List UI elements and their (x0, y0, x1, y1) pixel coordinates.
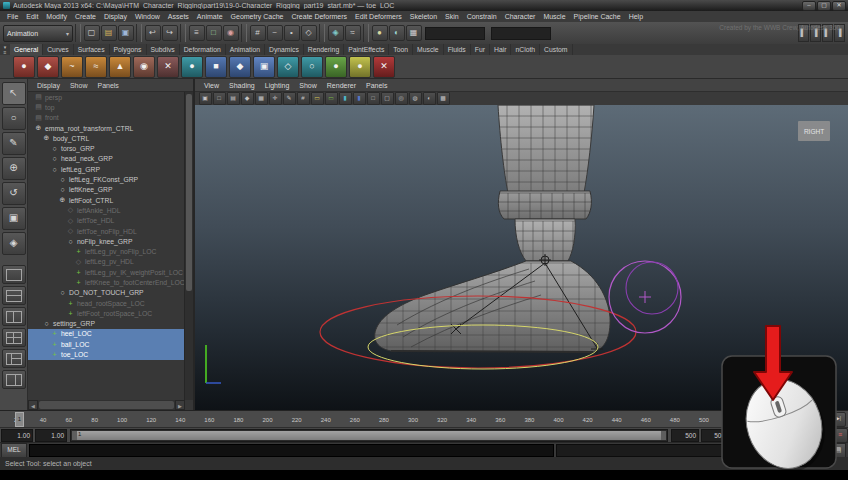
menu-constrain[interactable]: Constrain (463, 11, 501, 22)
scroll-right-icon[interactable]: ▶ (175, 400, 185, 410)
safe-action-icon[interactable]: □ (367, 92, 380, 105)
frame-all-icon[interactable]: ◎ (395, 92, 408, 105)
gate-mask-icon[interactable]: ▮ (339, 92, 352, 105)
render-icon[interactable]: ● (372, 25, 388, 41)
construction-history-icon[interactable]: ≈ (345, 25, 361, 41)
outliner-item[interactable]: ○torso_GRP (28, 143, 185, 153)
menu-help[interactable]: Help (625, 11, 647, 22)
menu-edit[interactable]: Edit (22, 11, 42, 22)
shelf-tab-animation[interactable]: Animation (226, 44, 265, 55)
scrollbar-thumb[interactable] (39, 401, 174, 409)
new-scene-icon[interactable]: ▢ (84, 25, 100, 41)
menu-character[interactable]: Character (501, 11, 540, 22)
shelf-tab-hair[interactable]: Hair (490, 44, 511, 55)
outliner-menu-panels[interactable]: Panels (92, 82, 123, 89)
select-component-icon[interactable]: ◉ (223, 25, 239, 41)
shelf-tab-fur[interactable]: Fur (471, 44, 490, 55)
outliner-vertical-scrollbar[interactable] (184, 92, 193, 400)
image-plane-icon[interactable]: ▦ (255, 92, 268, 105)
outliner-item[interactable]: ◇leftToe_HDL (28, 216, 185, 226)
shelf-button[interactable]: ● (325, 56, 347, 78)
select-hierarchy-icon[interactable]: ≡ (189, 25, 205, 41)
mel-command-input[interactable] (29, 444, 554, 457)
maximize-button[interactable]: ▢ (817, 1, 831, 11)
current-frame-marker[interactable]: 1 (15, 412, 24, 427)
select-object-icon[interactable]: □ (206, 25, 222, 41)
scale-tool[interactable]: ▣ (2, 207, 26, 230)
scrollbar-thumb[interactable] (186, 94, 192, 291)
leg-model[interactable] (371, 105, 611, 352)
menu-modify[interactable]: Modify (42, 11, 71, 22)
range-handle-left[interactable] (72, 431, 77, 440)
outliner-item[interactable]: +leftLeg_pv_IK_weightPosit_LOC (28, 267, 185, 277)
layout-outliner-persp[interactable] (2, 349, 26, 368)
shelf-button[interactable]: ✕ (157, 56, 179, 78)
outliner-item[interactable]: ○leftLeg_FKConst_GRP (28, 174, 185, 184)
outliner-menu-show[interactable]: Show (65, 82, 93, 89)
playback-start-field[interactable]: 1.00 (35, 429, 67, 442)
minimize-button[interactable]: – (802, 1, 816, 11)
outliner-item[interactable]: ▤top (28, 102, 185, 112)
outliner-item[interactable]: +leftFoot_rootSpace_LOC (28, 308, 185, 318)
menu-muscle[interactable]: Muscle (539, 11, 569, 22)
snap-point-icon[interactable]: • (284, 25, 300, 41)
layout-two-panes-side[interactable] (2, 307, 26, 326)
shelf-button[interactable]: ○ (301, 56, 323, 78)
outliner-item[interactable]: ○leftKnee_GRP (28, 185, 185, 195)
make-live-icon[interactable]: ◈ (328, 25, 344, 41)
menu-animate[interactable]: Animate (193, 11, 227, 22)
shelf-tab-surfaces[interactable]: Surfaces (74, 44, 110, 55)
shelf-tab-subdivs[interactable]: Subdivs (147, 44, 180, 55)
viewport-menu-panels[interactable]: Panels (361, 82, 392, 89)
camera-attributes-icon[interactable]: ▤ (227, 92, 240, 105)
outliner-item[interactable]: ▤front (28, 113, 185, 123)
shelf-tab-dynamics[interactable]: Dynamics (265, 44, 304, 55)
outliner-item[interactable]: ○settings_GRP (28, 319, 185, 329)
outliner-item[interactable]: +heel_LOC (28, 329, 185, 339)
shelf-tab-toon[interactable]: Toon (389, 44, 413, 55)
safe-title-icon[interactable]: ▢ (381, 92, 394, 105)
shelf-button[interactable]: ≈ (85, 56, 107, 78)
outliner-menu-display[interactable]: Display (32, 82, 65, 89)
ipr-render-icon[interactable]: ◐ (389, 25, 405, 41)
shelf-menu-icon[interactable]: ▾≡ (0, 45, 10, 55)
outliner-item[interactable]: ○DO_NOT_TOUCH_GRP (28, 288, 185, 298)
undo-icon[interactable]: ↩ (145, 25, 161, 41)
layout-single-pane[interactable] (2, 265, 26, 284)
viewport-menu-renderer[interactable]: Renderer (322, 82, 361, 89)
lasso-select-tool[interactable]: ○ (2, 107, 26, 130)
wireframe-on-shaded-icon[interactable]: ▩ (437, 92, 450, 105)
shelf-tab-rendering[interactable]: Rendering (304, 44, 344, 55)
xray-icon[interactable]: ◐ (423, 92, 436, 105)
shelf-tab-ncloth[interactable]: nCloth (511, 44, 540, 55)
shelf-button[interactable]: ~ (61, 56, 83, 78)
range-slider-fill[interactable] (72, 431, 666, 440)
grid-toggle-icon[interactable]: # (297, 92, 310, 105)
shelf-button[interactable]: ◉ (133, 56, 155, 78)
film-gate-icon[interactable]: ▭ (311, 92, 324, 105)
snap-curve-icon[interactable]: ~ (267, 25, 283, 41)
menu-assets[interactable]: Assets (164, 11, 193, 22)
menu-skeleton[interactable]: Skeleton (406, 11, 441, 22)
menu-create-deformers[interactable]: Create Deformers (287, 11, 351, 22)
select-tool[interactable]: ↖ (2, 82, 26, 105)
shelf-button[interactable]: ◆ (37, 56, 59, 78)
shelf-button[interactable]: ● (181, 56, 203, 78)
field-chart-icon[interactable]: ▮ (353, 92, 366, 105)
layout-two-panes-stacked[interactable] (2, 286, 26, 305)
outliner-item[interactable]: ▤persp (28, 92, 185, 102)
save-scene-icon[interactable]: ▣ (118, 25, 134, 41)
shelf-tab-painteffects[interactable]: PaintEffects (344, 44, 389, 55)
snap-grid-icon[interactable]: # (250, 25, 266, 41)
menu-file[interactable]: File (3, 11, 22, 22)
universal-manipulator-tool[interactable]: ◈ (2, 232, 26, 255)
menu-create[interactable]: Create (71, 11, 100, 22)
time-slider-ticks[interactable]: 1 20406080100120140160180200220240260280… (0, 411, 724, 428)
outliner-item[interactable]: ◇leftLeg_pv_HDL (28, 257, 185, 267)
outliner-item[interactable]: ⊕body_CTRL (28, 133, 185, 143)
shelf-tab-curves[interactable]: Curves (43, 44, 74, 55)
viewport-menu-lighting[interactable]: Lighting (260, 82, 295, 89)
shelf-button[interactable]: ● (13, 56, 35, 78)
grease-pencil-icon[interactable]: ✎ (283, 92, 296, 105)
select-camera-icon[interactable]: ▣ (199, 92, 212, 105)
